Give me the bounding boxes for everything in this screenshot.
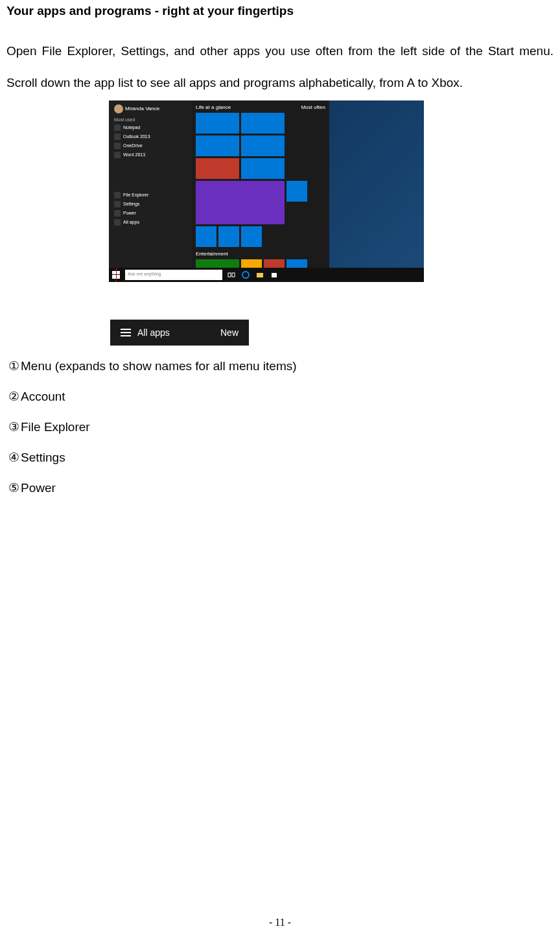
power-item: Power: [114, 209, 189, 218]
callout-all-apps: All apps: [137, 327, 170, 338]
app-icon: [114, 134, 121, 140]
list-item: ⑤Power: [6, 480, 554, 495]
list-text: File Explorer: [21, 420, 90, 434]
hamburger-icon: [121, 332, 131, 333]
gear-icon: [114, 201, 121, 207]
list-text: Settings: [21, 451, 65, 464]
tile: [241, 226, 262, 247]
start-menu-tiles: Life at a glance Most often Entert: [192, 100, 329, 268]
app-icon: [114, 124, 121, 131]
taskbar: Ask me anything: [109, 268, 424, 282]
app-label: Outlook 2013: [123, 134, 150, 139]
app-item: Outlook 2013: [114, 132, 189, 141]
store-icon: [267, 268, 281, 282]
list-text: Account: [21, 390, 65, 403]
start-menu-screenshot: Miranda Vance Most used Notepad Outlook …: [109, 100, 424, 282]
app-label: File Explorer: [123, 193, 148, 197]
all-apps-item: All apps: [114, 218, 189, 227]
list-item: ②Account: [6, 389, 554, 404]
app-label: All apps: [123, 220, 139, 224]
section-heading: Your apps and programs - right at your f…: [0, 4, 560, 18]
body-paragraph: Open File Explorer, Settings, and other …: [0, 35, 560, 99]
start-user: Miranda Vance: [114, 104, 189, 113]
task-view-icon: [224, 268, 239, 282]
folder-icon: [114, 192, 121, 198]
list-text: Menu (expands to show names for all menu…: [21, 359, 297, 373]
file-explorer-item: File Explorer: [114, 191, 189, 200]
tile: [196, 135, 239, 156]
callout-line: [116, 268, 117, 282]
tile-group-title: Life at a glance: [196, 104, 231, 110]
tile: [241, 158, 285, 179]
app-item: OneDrive: [114, 141, 189, 150]
tile: [286, 181, 307, 202]
taskbar-icons: [224, 268, 281, 282]
tile-group-title: Most often: [301, 104, 325, 110]
tile-wide: [196, 181, 285, 224]
folder-icon: [253, 268, 267, 282]
app-icon: [114, 152, 121, 158]
app-icon: [114, 143, 121, 149]
list-number: ①: [6, 358, 21, 373]
settings-item: Settings: [114, 200, 189, 209]
tile: [241, 135, 285, 156]
list-number: ④: [6, 450, 21, 465]
list-item: ④Settings: [6, 450, 554, 465]
user-name: Miranda Vance: [125, 106, 159, 112]
svg-rect-3: [257, 273, 263, 277]
page-number: - 11 -: [0, 917, 560, 928]
tile: [218, 226, 239, 247]
figure-container: Miranda Vance Most used Notepad Outlook …: [109, 100, 424, 346]
app-label: Notepad: [123, 125, 140, 130]
callout-bar: All apps New: [110, 320, 249, 346]
app-label: OneDrive: [123, 143, 143, 148]
edge-icon: [239, 268, 253, 282]
list-item: ①Menu (expands to show names for all men…: [6, 358, 554, 373]
start-menu-left-column: Miranda Vance Most used Notepad Outlook …: [109, 100, 192, 268]
numbered-list: ①Menu (expands to show names for all men…: [0, 358, 560, 495]
list-item: ③File Explorer: [6, 419, 554, 434]
tile: [241, 113, 285, 134]
list-number: ②: [6, 389, 21, 404]
start-menu: Miranda Vance Most used Notepad Outlook …: [109, 100, 329, 268]
app-label: Power: [123, 211, 136, 215]
section-most-used: Most used: [114, 117, 189, 122]
tile-grid: [196, 113, 325, 247]
app-item: Notepad: [114, 123, 189, 132]
svg-rect-1: [232, 273, 235, 277]
callout-new: New: [220, 327, 239, 338]
list-number: ③: [6, 419, 21, 434]
list-text: Power: [21, 481, 56, 495]
list-number: ⑤: [6, 480, 21, 495]
avatar-icon: [114, 104, 123, 113]
app-label: Word 2013: [123, 152, 145, 157]
tile: [196, 158, 239, 179]
search-box: Ask me anything: [125, 270, 222, 280]
tile: [196, 113, 239, 134]
app-item: Word 2013: [114, 150, 189, 159]
list-icon: [114, 219, 121, 226]
tile-group-title: Entertainment: [196, 251, 325, 257]
power-icon: [114, 210, 121, 217]
tile: [196, 226, 216, 247]
svg-point-2: [242, 272, 249, 278]
app-label: Settings: [123, 202, 139, 206]
svg-rect-4: [272, 273, 277, 277]
svg-rect-0: [228, 273, 231, 277]
